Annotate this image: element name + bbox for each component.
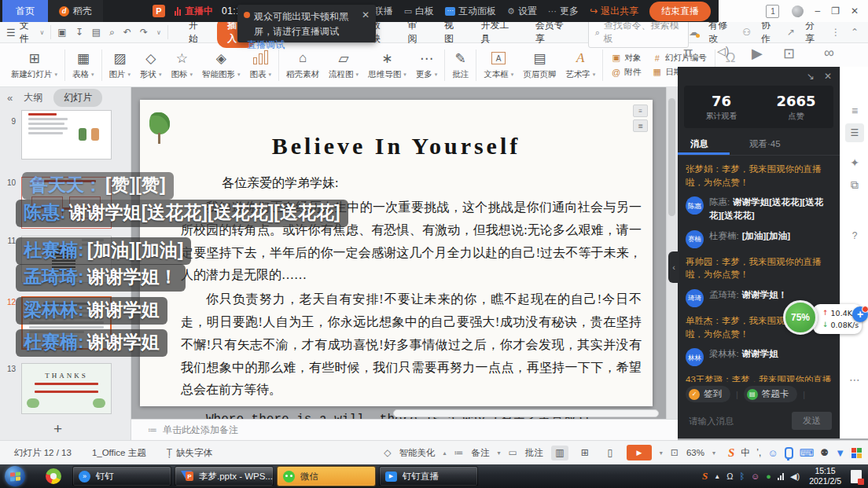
customize-toolbar-chevron-icon[interactable]: ∨	[156, 29, 161, 36]
toast-close-icon[interactable]: ✕	[362, 9, 370, 20]
sliders-icon[interactable]: ☰	[845, 123, 864, 142]
attachment-button[interactable]: @ 附件	[611, 67, 641, 78]
more-insert-button[interactable]: ⋯ 更多	[411, 50, 443, 80]
chart-button[interactable]: 图表	[245, 50, 277, 80]
chinese-mode-icon[interactable]: 中	[741, 446, 750, 460]
beautify-button[interactable]: 智能美化	[399, 447, 435, 459]
theme-name[interactable]: 1_Office 主题	[92, 447, 146, 459]
horizontal-scrollbar[interactable]	[393, 409, 659, 417]
quiz-card-button[interactable]: ▤ 答题卡	[744, 386, 798, 402]
docer-material-button[interactable]: ⌂ 稻壳素材	[281, 50, 324, 80]
redo-icon[interactable]: ↷	[140, 27, 148, 38]
tab-slides[interactable]: 幻灯片	[53, 89, 102, 107]
optimization-percent-ball[interactable]: 75%	[783, 300, 818, 335]
taskbar-dingtalk-live-button[interactable]: ▶ 钉钉直播	[379, 466, 478, 486]
debug-link[interactable]: 直播调试	[247, 39, 285, 50]
slide-greeting[interactable]: 各位亲爱的学弟学妹:	[222, 175, 653, 192]
play-options-chevron-icon[interactable]: ▾	[660, 449, 663, 457]
chevron-up-icon[interactable]: ▴	[443, 449, 446, 457]
slide-layout-icon[interactable]: ≡	[633, 105, 648, 117]
notes-bar[interactable]: ≔ 单击此处添加备注	[131, 419, 678, 440]
add-slide-button[interactable]: +	[53, 420, 62, 438]
missing-font-warning[interactable]: 缺失字体	[176, 447, 212, 459]
effects-star-icon[interactable]: ✦	[840, 156, 868, 169]
save-icon[interactable]: ▣	[57, 27, 66, 38]
fit-slide-icon[interactable]: ⊡	[671, 447, 679, 458]
network-monitor-overlay[interactable]: ↑10.4K/s ↓0.08K/s 75% +	[783, 300, 868, 338]
tab-docer[interactable]: d 稻壳	[48, 0, 103, 22]
slide-body[interactable]: 我知道你们正在经历人生中的一次重要挑战，这个挑战是你们通向社会与另一所校园的转角…	[181, 196, 642, 402]
close-button[interactable]: ✕	[851, 6, 859, 17]
volume-icon[interactable]: ◀)	[790, 471, 800, 482]
taskbar-wechat-button[interactable]: 微信	[277, 466, 376, 486]
smartart-button[interactable]: ◈ 智能图形	[197, 50, 245, 80]
wordart-button[interactable]: A 艺术字	[561, 50, 600, 80]
slide-number-button[interactable]: # 幻灯片编号	[652, 53, 707, 64]
undo-icon[interactable]: ↶	[123, 27, 131, 38]
tab-messages[interactable]: 消息	[690, 138, 708, 150]
more-button[interactable]: ⋯ 更多	[548, 5, 579, 18]
zoom-chevron-icon[interactable]: ▾	[712, 449, 715, 457]
table-button[interactable]: ▦ 表格	[68, 50, 99, 80]
minimize-button[interactable]: –	[815, 6, 820, 17]
end-live-button[interactable]: 结束直播	[649, 2, 711, 21]
slide-options-icon[interactable]: ≣	[633, 119, 648, 132]
message-list[interactable]: 张梦娟：李梦，我来围观你的直播啦，为你点赞！ 陈惠 陈惠:谢谢学姐[送花花][送…	[678, 156, 840, 382]
export-icon[interactable]: ↧	[75, 27, 83, 38]
soft-keyboard-icon[interactable]: ⌨	[800, 447, 815, 459]
panel-collapse-icon[interactable]: ↘	[807, 71, 815, 82]
panel-close-icon[interactable]: ✕	[824, 71, 832, 82]
hyperlink-icon[interactable]: ∞	[824, 45, 834, 61]
help-icon[interactable]: ?	[840, 230, 868, 241]
chat-panel-collapse-handle[interactable]: ‹	[668, 251, 679, 283]
normal-view-button[interactable]: ▥	[551, 446, 568, 460]
more-tools-icon[interactable]: ⋯	[840, 373, 868, 386]
image-button[interactable]: ▨ 图片	[105, 50, 136, 80]
sogou-icon[interactable]: S	[728, 446, 734, 460]
object-button[interactable]: ▣ 对象	[611, 53, 641, 64]
video-icon[interactable]: ▶	[752, 45, 763, 62]
icons-button[interactable]: ☆ 图标	[167, 50, 198, 80]
tray-app-green-icon[interactable]: ●	[766, 471, 771, 481]
bluetooth-icon[interactable]: ᛒ	[740, 471, 745, 481]
header-footer-button[interactable]: ▤ 页眉页脚	[518, 50, 561, 80]
kebab-menu-icon[interactable]: ⋮	[831, 27, 840, 38]
chat-message-input[interactable]	[687, 416, 785, 427]
slide-thumbnail-13[interactable]: THANKS	[21, 363, 112, 414]
skin-icon[interactable]: ▼	[835, 447, 845, 459]
flowchart-button[interactable]: ▱ 流程图	[324, 50, 363, 80]
send-button[interactable]: 发送	[792, 412, 832, 430]
taskbar-dingtalk-button[interactable]: » 钉钉	[72, 466, 171, 486]
comment-button[interactable]: ✎ 批注	[447, 50, 473, 80]
mindmap-button[interactable]: ∗ 思维导图	[363, 50, 411, 80]
comments-button[interactable]: 批注	[525, 447, 543, 459]
shapes-button[interactable]: ◇ 形状	[135, 50, 167, 80]
document-count-badge[interactable]: 1	[766, 5, 779, 18]
taskbar-wps-button[interactable]: P 李梦.pptx - WPS...	[175, 466, 274, 486]
tab-home[interactable]: 首页	[2, 0, 48, 22]
browser-360-icon[interactable]	[46, 468, 61, 484]
collapse-panel-icon[interactable]: «	[7, 92, 13, 104]
panel-list-icon[interactable]: ≡	[840, 105, 868, 117]
action-center-icon[interactable]	[851, 470, 862, 483]
network-signal-icon[interactable]	[778, 473, 784, 480]
punctuation-icon[interactable]: ’,	[756, 447, 761, 458]
zoom-level[interactable]: 63%	[686, 448, 704, 457]
reading-view-button[interactable]: ▯	[601, 446, 619, 460]
accelerate-plus-button[interactable]: +	[852, 306, 868, 322]
textbox-button[interactable]: A 文本框	[479, 50, 518, 80]
tray-app-pink-icon[interactable]: ☺	[751, 471, 760, 481]
toolbox-grid-icon[interactable]	[851, 448, 862, 458]
restore-button[interactable]: ❐	[831, 6, 840, 17]
tray-expand-icon[interactable]: ▲	[714, 473, 720, 480]
voice-input-icon[interactable]	[785, 447, 793, 459]
tab-watching[interactable]: 观看·45	[749, 138, 781, 150]
whiteboard-button[interactable]: ▭ 白板	[404, 5, 434, 18]
screen-record-icon[interactable]: ⊡	[783, 45, 795, 62]
slide-sorter-view-button[interactable]: ⊞	[576, 446, 594, 460]
interact-panel-button[interactable]: ⋯ 互动面板	[445, 5, 496, 18]
profile-icon[interactable]: ⚉	[820, 447, 829, 458]
account-avatar[interactable]	[792, 6, 804, 17]
settings-button[interactable]: ⚙ 设置	[507, 5, 537, 18]
slide-title[interactable]: Believe In Yourself	[140, 133, 653, 160]
